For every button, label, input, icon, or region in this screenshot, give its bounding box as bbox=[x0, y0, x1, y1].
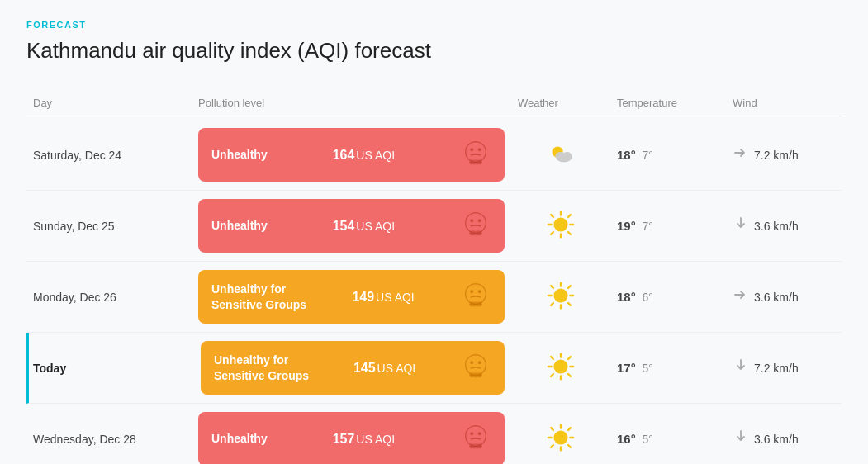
wind-col: 3.6 km/h bbox=[726, 286, 842, 307]
pollution-label: Unhealthy forSensitive Groups bbox=[214, 353, 309, 382]
svg-point-2 bbox=[478, 148, 481, 151]
wind-col: 3.6 km/h bbox=[726, 428, 842, 449]
svg-point-10 bbox=[470, 219, 473, 222]
wind-arrow-icon bbox=[733, 428, 749, 449]
svg-point-23 bbox=[466, 284, 486, 305]
svg-line-34 bbox=[568, 303, 571, 305]
weather-icon bbox=[545, 138, 576, 173]
svg-point-51 bbox=[466, 426, 486, 447]
svg-line-47 bbox=[551, 357, 553, 359]
table-row: Saturday, Dec 24 Unhealthy 164US AQI 18° bbox=[26, 120, 842, 191]
pollution-col: Unhealthy forSensitive Groups 149US AQI bbox=[192, 270, 511, 324]
table-row: Wednesday, Dec 28 Unhealthy 157US AQI bbox=[26, 404, 842, 464]
pollution-badge: Unhealthy 164US AQI bbox=[198, 128, 505, 182]
wind-speed: 7.2 km/h bbox=[754, 362, 799, 375]
wind-col: 7.2 km/h bbox=[726, 357, 842, 378]
svg-line-50 bbox=[551, 374, 553, 376]
day-label: Wednesday, Dec 28 bbox=[26, 433, 192, 446]
temp-high: 18° bbox=[617, 290, 636, 304]
pollution-label: Unhealthy bbox=[211, 147, 268, 162]
page-title: Kathmandu air quality index (AQI) foreca… bbox=[26, 38, 842, 64]
col-day: Day bbox=[26, 97, 192, 109]
temp-low: 5° bbox=[643, 433, 653, 446]
pollution-value: 164US AQI bbox=[333, 148, 395, 163]
temp-low: 5° bbox=[643, 362, 653, 375]
wind-col: 7.2 km/h bbox=[726, 144, 842, 165]
wind-col: 3.6 km/h bbox=[726, 215, 842, 236]
weather-col bbox=[511, 209, 610, 244]
svg-line-64 bbox=[551, 445, 553, 447]
col-weather: Weather bbox=[511, 97, 610, 109]
wind-speed: 3.6 km/h bbox=[754, 291, 799, 304]
svg-point-0 bbox=[466, 142, 486, 163]
temp-high: 16° bbox=[617, 432, 636, 446]
weather-icon bbox=[545, 280, 576, 315]
temp-low: 7° bbox=[643, 220, 653, 233]
temp-col: 18° 7° bbox=[610, 148, 726, 162]
svg-line-35 bbox=[568, 286, 571, 288]
table-header: Day Pollution level Weather Temperature … bbox=[26, 90, 842, 116]
svg-point-24 bbox=[470, 290, 473, 293]
pollution-badge: Unhealthy 157US AQI bbox=[198, 412, 505, 464]
svg-line-48 bbox=[568, 374, 571, 376]
col-pollution: Pollution level bbox=[192, 97, 511, 109]
svg-point-25 bbox=[478, 290, 481, 293]
svg-line-21 bbox=[568, 215, 571, 217]
svg-line-62 bbox=[568, 445, 571, 447]
svg-line-36 bbox=[551, 303, 553, 305]
temp-low: 6° bbox=[643, 291, 653, 304]
col-wind: Wind bbox=[726, 97, 842, 109]
face-icon bbox=[460, 138, 491, 172]
svg-point-28 bbox=[553, 288, 567, 302]
weather-col bbox=[511, 280, 610, 315]
svg-line-49 bbox=[568, 357, 571, 359]
weather-icon bbox=[545, 351, 576, 386]
day-label: Sunday, Dec 25 bbox=[26, 220, 192, 233]
face-icon bbox=[460, 209, 491, 243]
table-row: Sunday, Dec 25 Unhealthy 154US AQI bbox=[26, 191, 842, 262]
svg-point-56 bbox=[553, 430, 567, 444]
svg-point-8 bbox=[562, 152, 572, 160]
temp-col: 18° 6° bbox=[610, 290, 726, 304]
weather-icon bbox=[545, 422, 576, 457]
pollution-col: Unhealthy 157US AQI bbox=[192, 412, 511, 464]
svg-point-1 bbox=[470, 148, 473, 151]
svg-point-52 bbox=[470, 432, 473, 435]
col-temperature: Temperature bbox=[610, 97, 726, 109]
pollution-badge: Unhealthy forSensitive Groups 149US AQI bbox=[198, 270, 505, 324]
pollution-col: Unhealthy forSensitive Groups 145US AQI bbox=[194, 341, 511, 395]
pollution-value: 154US AQI bbox=[333, 219, 395, 234]
svg-point-53 bbox=[478, 432, 481, 435]
day-label: Today bbox=[29, 362, 194, 375]
svg-line-33 bbox=[551, 286, 553, 288]
pollution-value: 145US AQI bbox=[353, 361, 415, 376]
temp-col: 16° 5° bbox=[610, 432, 726, 446]
forecast-label: FORECAST bbox=[26, 20, 842, 30]
weather-icon bbox=[545, 209, 576, 244]
svg-line-22 bbox=[551, 232, 553, 234]
pollution-col: Unhealthy 154US AQI bbox=[192, 199, 511, 253]
pollution-badge: Unhealthy forSensitive Groups 145US AQI bbox=[201, 341, 505, 395]
svg-point-38 bbox=[470, 361, 473, 364]
table-row: Today Unhealthy forSensitive Groups 145U… bbox=[26, 333, 842, 404]
pollution-value: 157US AQI bbox=[333, 432, 395, 447]
wind-speed: 3.6 km/h bbox=[754, 220, 799, 233]
weather-col bbox=[511, 422, 610, 457]
svg-point-11 bbox=[478, 219, 481, 222]
temp-high: 17° bbox=[617, 361, 636, 375]
pollution-label: Unhealthy bbox=[211, 431, 268, 446]
wind-arrow-icon bbox=[733, 215, 749, 236]
pollution-col: Unhealthy 164US AQI bbox=[192, 128, 511, 182]
svg-point-42 bbox=[553, 359, 567, 373]
svg-point-14 bbox=[553, 217, 567, 231]
temp-high: 18° bbox=[617, 148, 636, 162]
svg-line-20 bbox=[568, 232, 571, 234]
wind-arrow-icon bbox=[733, 286, 749, 307]
face-icon bbox=[460, 422, 491, 456]
table-row: Monday, Dec 26 Unhealthy forSensitive Gr… bbox=[26, 262, 842, 333]
day-label: Saturday, Dec 24 bbox=[26, 149, 192, 162]
day-label: Monday, Dec 26 bbox=[26, 291, 192, 304]
svg-point-37 bbox=[466, 355, 486, 376]
temp-low: 7° bbox=[643, 149, 653, 162]
temp-col: 19° 7° bbox=[610, 219, 726, 233]
